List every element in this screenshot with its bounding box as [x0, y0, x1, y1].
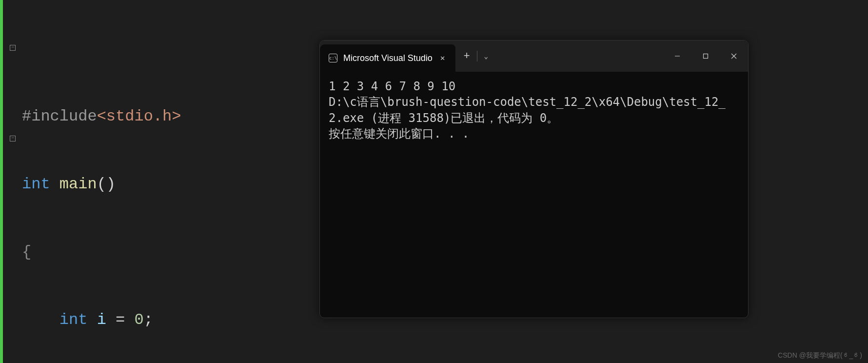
- spacer: [496, 40, 663, 72]
- minimize-button[interactable]: [663, 40, 691, 72]
- terminal-output[interactable]: 1 2 3 4 6 7 8 9 10 D:\c语言\brush-question…: [320, 72, 748, 149]
- divider: [477, 51, 477, 61]
- watermark: CSDN @我要学编程(ಥ_ಥ): [778, 351, 862, 360]
- terminal-tab-title: Microsoft Visual Studio: [343, 53, 433, 63]
- svg-rect-1: [704, 54, 708, 59]
- terminal-tab[interactable]: c:\ Microsoft Visual Studio ✕: [320, 44, 455, 72]
- maximize-button[interactable]: [691, 40, 720, 72]
- fold-toggle-icon[interactable]: −: [10, 136, 16, 141]
- fold-toggle-icon[interactable]: −: [10, 45, 16, 51]
- terminal-tab-controls: + ⌄: [455, 40, 496, 72]
- terminal-app-icon: c:\: [329, 54, 337, 62]
- close-tab-icon[interactable]: ✕: [438, 53, 447, 63]
- terminal-window: c:\ Microsoft Visual Studio ✕ + ⌄ 1 2 3 …: [319, 40, 749, 318]
- output-line: D:\c语言\brush-question-code\test_12_2\x64…: [329, 95, 726, 124]
- output-line: 1 2 3 4 6 7 8 9 10: [329, 80, 455, 93]
- chevron-down-icon[interactable]: ⌄: [484, 52, 488, 60]
- output-line: 按任意键关闭此窗口. . .: [329, 127, 469, 141]
- new-tab-icon[interactable]: +: [463, 50, 470, 62]
- terminal-titlebar[interactable]: c:\ Microsoft Visual Studio ✕ + ⌄: [320, 40, 748, 72]
- close-button[interactable]: [720, 40, 748, 72]
- window-buttons: [663, 40, 748, 72]
